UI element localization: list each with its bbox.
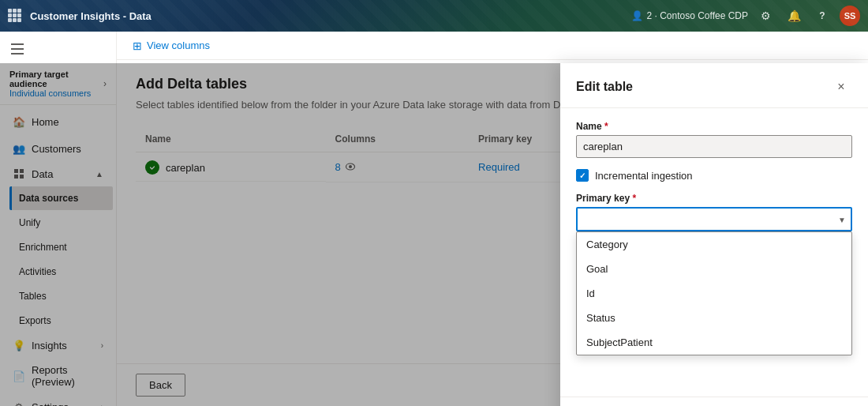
- apps-icon[interactable]: [8, 9, 22, 23]
- incremental-label: Incremental ingestion: [595, 170, 693, 182]
- app-layout: Primary target audience Individual consu…: [0, 32, 868, 406]
- panel-title: Edit table: [576, 80, 633, 94]
- view-columns-link[interactable]: View columns: [147, 39, 210, 51]
- primary-key-dropdown-list: Category Goal Id Status SubjectPatient: [576, 231, 852, 355]
- org-person-icon: 👤: [631, 10, 643, 21]
- primary-key-label: Primary key *: [576, 193, 852, 204]
- primary-key-input[interactable]: [576, 207, 852, 231]
- svg-rect-2: [11, 53, 24, 55]
- panel-header: Edit table ×: [560, 63, 868, 108]
- primary-key-required-mark: *: [632, 193, 636, 204]
- name-required-mark: *: [604, 121, 608, 132]
- topbar-right: 👤 2 · Contoso Coffee CDP ⚙ 🔔 ? SS: [631, 5, 860, 27]
- incremental-ingestion-row: Incremental ingestion: [576, 169, 852, 182]
- dropdown-option-status[interactable]: Status: [577, 306, 851, 330]
- settings-icon-btn[interactable]: ⚙: [754, 5, 776, 27]
- primary-key-dropdown-wrapper: ▼ Category Goal Id Status SubjectPatient: [576, 207, 852, 231]
- avatar[interactable]: SS: [840, 6, 860, 26]
- panel-body: Name * Incremental ingestion Primary key…: [560, 108, 868, 397]
- panel-close-button[interactable]: ×: [830, 76, 852, 98]
- view-icon: ⊞: [133, 39, 142, 52]
- primary-key-field-group: Primary key * ▼ Category Goal Id Status …: [576, 193, 852, 231]
- panel-footer: Close: [560, 397, 868, 406]
- hamburger-button[interactable]: [3, 35, 32, 63]
- name-field-group: Name *: [576, 121, 852, 158]
- bell-icon-btn[interactable]: 🔔: [783, 5, 805, 27]
- question-icon-btn[interactable]: ?: [811, 5, 833, 27]
- org-label: 👤 2 · Contoso Coffee CDP: [631, 10, 748, 21]
- name-input[interactable]: [576, 135, 852, 158]
- dropdown-option-subjectpatient[interactable]: SubjectPatient: [577, 330, 851, 355]
- svg-rect-1: [11, 48, 24, 50]
- dropdown-option-id[interactable]: Id: [577, 281, 851, 306]
- edit-table-panel: Edit table × Name * Incremental ingestio…: [560, 63, 868, 406]
- view-columns-bar: ⊞ View columns: [117, 32, 868, 60]
- topbar: Customer Insights - Data 👤 2 · Contoso C…: [0, 0, 868, 32]
- name-field-label: Name *: [576, 121, 852, 132]
- svg-rect-0: [11, 43, 24, 45]
- incremental-checkbox[interactable]: [576, 169, 589, 182]
- app-title: Customer Insights - Data: [30, 10, 631, 22]
- dropdown-option-category[interactable]: Category: [577, 232, 851, 257]
- dropdown-option-goal[interactable]: Goal: [577, 257, 851, 281]
